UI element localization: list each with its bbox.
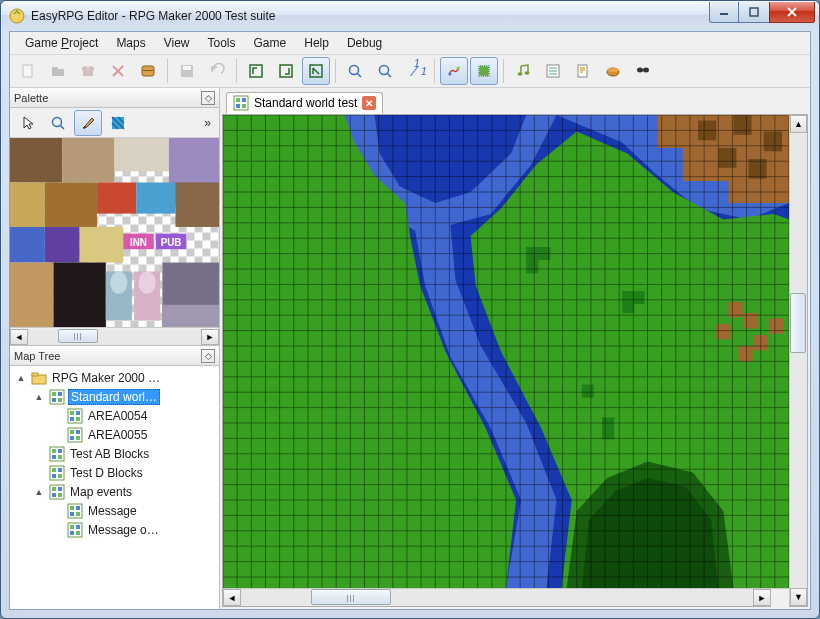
tree-item[interactable]: Test AB Blocks bbox=[10, 444, 219, 463]
script-button[interactable] bbox=[569, 57, 597, 85]
tree-item[interactable]: Message bbox=[10, 501, 219, 520]
tileset-view[interactable]: INN PUB bbox=[10, 138, 219, 327]
editor-main: Standard world test ✕ bbox=[220, 88, 810, 609]
svg-rect-39 bbox=[136, 182, 175, 213]
palette-header[interactable]: Palette ◇ bbox=[10, 88, 219, 108]
canvas-hscroll[interactable]: ◄ ||| ► bbox=[223, 588, 789, 606]
menu-debug[interactable]: Debug bbox=[338, 34, 391, 52]
tab-close-button[interactable]: ✕ bbox=[362, 96, 376, 110]
scroll-left-icon[interactable]: ◄ bbox=[223, 589, 241, 606]
undo-button[interactable] bbox=[203, 57, 231, 85]
svg-point-30 bbox=[53, 117, 62, 126]
layer-lower-button[interactable] bbox=[242, 57, 270, 85]
tree-view[interactable]: ▲RPG Maker 2000 …▲Standard worl…AREA0054… bbox=[10, 366, 219, 609]
left-dock: Palette ◇ » bbox=[10, 88, 220, 609]
tree-item[interactable]: ▲Map events bbox=[10, 482, 219, 501]
brush-tool[interactable] bbox=[74, 110, 102, 136]
new-button[interactable] bbox=[14, 57, 42, 85]
pattern-tool[interactable] bbox=[104, 110, 132, 136]
resource-button[interactable] bbox=[74, 57, 102, 85]
package-button[interactable] bbox=[599, 57, 627, 85]
find-button[interactable] bbox=[629, 57, 657, 85]
maptree-header[interactable]: Map Tree ◇ bbox=[10, 346, 219, 366]
svg-rect-12 bbox=[183, 66, 191, 70]
svg-rect-102 bbox=[242, 104, 246, 108]
scroll-left-icon[interactable]: ◄ bbox=[10, 329, 28, 345]
svg-text:INN: INN bbox=[130, 237, 147, 248]
scroll-track[interactable]: ||| bbox=[241, 589, 753, 606]
toolbar-sep bbox=[167, 59, 168, 83]
svg-rect-108 bbox=[733, 115, 751, 135]
menu-maps[interactable]: Maps bbox=[107, 34, 154, 52]
scroll-up-icon[interactable]: ▲ bbox=[790, 115, 807, 133]
tab-standard-world[interactable]: Standard world test ✕ bbox=[226, 92, 383, 114]
zoom-tool[interactable] bbox=[44, 110, 72, 136]
tree-item[interactable]: ▲RPG Maker 2000 … bbox=[10, 368, 219, 387]
tree-twisty[interactable]: ▲ bbox=[32, 487, 46, 497]
svg-rect-105 bbox=[658, 115, 688, 148]
palette-overflow[interactable]: » bbox=[200, 116, 215, 130]
zoom-reset-button[interactable]: 1⁄1 bbox=[401, 57, 429, 85]
maximize-button[interactable] bbox=[739, 2, 769, 23]
database-button[interactable] bbox=[134, 57, 162, 85]
tree-twisty[interactable]: ▲ bbox=[32, 392, 46, 402]
menu-help[interactable]: Help bbox=[295, 34, 338, 52]
undock-icon[interactable]: ◇ bbox=[201, 349, 215, 363]
toolbar-sep bbox=[236, 59, 237, 83]
svg-rect-57 bbox=[32, 373, 38, 376]
menu-game-project[interactable]: Game Project bbox=[16, 34, 107, 52]
open-button[interactable] bbox=[44, 57, 72, 85]
menu-view[interactable]: View bbox=[155, 34, 199, 52]
window-title: EasyRPG Editor - RPG Maker 2000 Test sui… bbox=[31, 9, 709, 23]
delete-button[interactable] bbox=[104, 57, 132, 85]
scroll-right-icon[interactable]: ► bbox=[753, 589, 771, 606]
scroll-down-icon[interactable]: ▼ bbox=[790, 588, 807, 606]
canvas-vscroll[interactable]: ▲ ▼ bbox=[789, 115, 807, 606]
svg-rect-110 bbox=[749, 159, 767, 179]
titlebar[interactable]: EasyRPG Editor - RPG Maker 2000 Test sui… bbox=[1, 1, 819, 31]
menu-game[interactable]: Game bbox=[245, 34, 296, 52]
scroll-thumb[interactable]: ||| bbox=[311, 589, 391, 605]
tree-item[interactable]: AREA0054 bbox=[10, 406, 219, 425]
rect-tool-button[interactable] bbox=[470, 57, 498, 85]
svg-rect-72 bbox=[76, 436, 80, 440]
tree-item[interactable]: ▲Standard worl… bbox=[10, 387, 219, 406]
save-button[interactable] bbox=[173, 57, 201, 85]
svg-rect-111 bbox=[718, 148, 736, 168]
scroll-thumb[interactable]: ||| bbox=[58, 329, 98, 343]
zoom-out-button[interactable] bbox=[371, 57, 399, 85]
undock-icon[interactable]: ◇ bbox=[201, 91, 215, 105]
toolbar-sep bbox=[434, 59, 435, 83]
tree-twisty[interactable]: ▲ bbox=[14, 373, 28, 383]
scroll-right-icon[interactable]: ► bbox=[201, 329, 219, 345]
tree-item[interactable]: Test D Blocks bbox=[10, 463, 219, 482]
svg-rect-59 bbox=[52, 392, 56, 396]
tree-item[interactable]: Message o… bbox=[10, 520, 219, 539]
music-button[interactable] bbox=[509, 57, 537, 85]
svg-rect-69 bbox=[70, 430, 74, 434]
tree-item[interactable]: AREA0055 bbox=[10, 425, 219, 444]
svg-rect-109 bbox=[764, 132, 782, 152]
svg-rect-42 bbox=[80, 227, 124, 263]
close-button[interactable] bbox=[769, 2, 815, 23]
svg-rect-61 bbox=[52, 398, 56, 402]
scroll-track[interactable] bbox=[790, 133, 807, 588]
svg-rect-2 bbox=[750, 8, 758, 16]
zoom-in-button[interactable] bbox=[341, 57, 369, 85]
svg-rect-95 bbox=[76, 525, 80, 529]
pointer-tool[interactable] bbox=[14, 110, 42, 136]
map-icon bbox=[67, 503, 83, 519]
palette-hscroll[interactable]: ◄ ||| ► bbox=[10, 327, 219, 345]
tree-label: Message bbox=[86, 504, 139, 518]
menu-tools[interactable]: Tools bbox=[199, 34, 245, 52]
scroll-track[interactable]: ||| bbox=[28, 329, 201, 345]
layer-upper-button[interactable] bbox=[272, 57, 300, 85]
layer-events-button[interactable] bbox=[302, 57, 330, 85]
minimize-button[interactable] bbox=[709, 2, 739, 23]
scroll-thumb[interactable] bbox=[790, 293, 806, 353]
window-client: Game Project Maps View Tools Game Help D… bbox=[9, 31, 811, 610]
content-area: Palette ◇ » bbox=[10, 88, 810, 609]
map-canvas[interactable] bbox=[223, 115, 789, 588]
draw-tool-button[interactable] bbox=[440, 57, 468, 85]
list-button[interactable] bbox=[539, 57, 567, 85]
